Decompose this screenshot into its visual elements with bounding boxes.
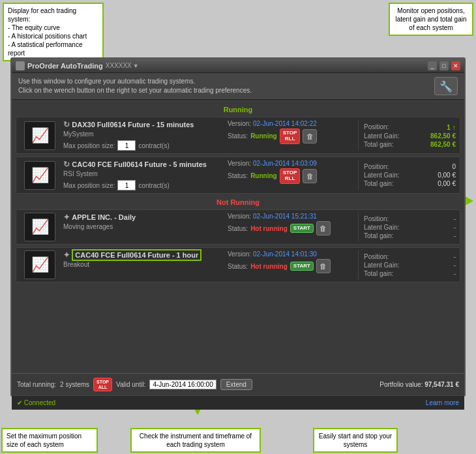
system-1-maxpos: Max position size: contract(s)	[63, 140, 224, 151]
system-1-version-status: Version: 02-Jun-2014 14:02:22 Status: Ru…	[228, 120, 358, 151]
system-1-delete-button[interactable]: 🗑	[303, 129, 317, 144]
system-2-maxpos-input[interactable]	[117, 180, 136, 190]
annotation-bottom-center: Check the instrument and timeframe of ea…	[130, 428, 261, 453]
system-2-latent: Latent Gain: 0,00 €	[364, 172, 456, 179]
total-running-count: 2 systems	[60, 381, 89, 388]
system-2-icon: 📈	[31, 167, 49, 184]
system-4-latent-val: -	[454, 262, 456, 269]
system-3-stats: Position: - Latent Gain: - Total gain: -	[358, 213, 456, 241]
window-title: ProOrder AutoTrading	[27, 62, 103, 70]
main-window: ProOrder AutoTrading XXXXXX ▼ _ □ ✕ Use …	[10, 57, 466, 397]
valid-until-label: Valid until:	[116, 381, 145, 388]
wrench-icon: 🔧	[439, 80, 453, 93]
system-4-start-button[interactable]: START	[290, 262, 314, 271]
annotation-bottom-left: Set the maximum position size of each sy…	[1, 428, 98, 453]
system-1-status-value: Running	[250, 132, 277, 140]
system-3-status: Status: Hot running START 🗑	[228, 221, 358, 235]
system-1-total: Total gain: 862,50 €	[364, 141, 456, 148]
system-2-total-val: 0,00 €	[438, 180, 456, 187]
content-area: Running 📈 ↻ DAX30 Full0614 Future - 15 m…	[12, 100, 464, 378]
close-button[interactable]: ✕	[451, 61, 460, 70]
annotation-top-right-text: Monitor open positions, latent gain and …	[396, 7, 467, 31]
system-2-status-value: Running	[250, 172, 277, 179]
extend-button[interactable]: Extend	[220, 379, 252, 390]
window-code: XXXXXX	[106, 62, 132, 69]
window-controls: _ □ ✕	[428, 61, 460, 70]
status-bar: ✔ Connected Learn more	[12, 395, 464, 410]
wrench-button[interactable]: 🔧	[434, 77, 458, 95]
system-3-delete-button[interactable]: 🗑	[316, 221, 331, 235]
annotation-bottom-left-text: Set the maximum position size of each sy…	[7, 432, 82, 448]
minimize-button[interactable]: _	[428, 61, 437, 70]
system-2-stop-button[interactable]: STOPRLL	[280, 168, 301, 184]
up-arrow-1: ↑	[453, 123, 456, 131]
system-1-position: Position: 1 ↑	[364, 123, 456, 131]
system-1-maxpos-input[interactable]	[117, 140, 136, 151]
system-2-middle: ↻ CAC40 FCE Full0614 Future - 5 minutes …	[59, 160, 228, 190]
section-running-header: Running	[16, 104, 460, 115]
system-2-version: Version: 02-Jun-2014 14:03:09	[228, 160, 358, 167]
system-2-version-link[interactable]: 02-Jun-2014 14:03:09	[253, 160, 317, 167]
total-running-label: Total running:	[17, 381, 56, 388]
maximize-button[interactable]: □	[439, 61, 449, 70]
system-3-latent-val: -	[454, 224, 456, 231]
system-3-position: Position: -	[364, 215, 456, 222]
system-3-start-button[interactable]: START	[290, 224, 314, 234]
system-2-status: Status: Running STOPRLL 🗑	[228, 168, 358, 184]
system-1-total-val: 862,50 €	[430, 141, 456, 148]
system-1-icon-area: 📈	[20, 120, 59, 151]
system-1-status: Status: Running STOPRLL 🗑	[228, 129, 358, 144]
system-4-total-val: -	[454, 270, 456, 277]
app-icon	[16, 61, 25, 70]
system-row-4: 📈 ✦ CAC40 FCE Full0614 Future - 1 hour B…	[16, 247, 460, 282]
system-3-icon-box[interactable]: 📈	[24, 213, 55, 241]
system-3-title: ✦ APPLE INC. - Daily	[63, 213, 224, 222]
system-4-delete-button[interactable]: 🗑	[316, 259, 331, 273]
annotation-bottom-right: Easily start and stop your systems	[313, 428, 398, 453]
system-4-total: Total gain: -	[364, 270, 456, 277]
system-2-icon-box[interactable]: 📈	[24, 161, 55, 190]
system-row-2: 📈 ↻ CAC40 FCE Full0614 Future - 5 minute…	[16, 157, 460, 194]
system-3-icon: 📈	[31, 219, 49, 235]
portfolio-value: Portfolio value: 97,547.31 €	[379, 381, 459, 388]
system-4-icon: 📈	[31, 256, 49, 273]
title-bar: ProOrder AutoTrading XXXXXX ▼ _ □ ✕	[12, 59, 464, 73]
system-1-latent-val: 862,50 €	[430, 132, 456, 140]
system-4-title: ✦ CAC40 FCE Full0614 Future - 1 hour	[63, 250, 224, 260]
system-4-version: Version: 02-Jun-2014 14:01:30	[228, 250, 358, 258]
arrow-system2-right	[464, 196, 473, 206]
system-2-delete-button[interactable]: 🗑	[303, 169, 317, 183]
system-2-subtitle: RSI System	[63, 170, 224, 177]
system-3-latent: Latent Gain: -	[364, 224, 456, 231]
bottom-bar: Total running: 2 systems STOPALL Valid u…	[12, 373, 464, 395]
system-3-middle: ✦ APPLE INC. - Daily Moving averages	[59, 213, 228, 241]
system-1-position-val: 1 ↑	[447, 123, 456, 131]
header-area: Use this window to configure your automa…	[12, 73, 464, 100]
system-2-icon-area: 📈	[20, 160, 59, 190]
stop-all-button[interactable]: STOPALL	[93, 378, 112, 391]
system-4-icon-area: 📈	[20, 250, 59, 279]
system-1-middle: ↻ DAX30 Full0614 Future - 15 minutes MyS…	[59, 120, 228, 151]
system-1-icon: 📈	[31, 127, 49, 144]
system-4-subtitle: Breakout	[63, 261, 224, 268]
system-4-version-link[interactable]: 02-Jun-2014 14:01:30	[253, 250, 317, 258]
dropdown-icon[interactable]: ▼	[133, 63, 139, 69]
system-3-subtitle: Moving averages	[63, 223, 224, 230]
annotation-top-left-text: Display for each trading system: - The e…	[8, 7, 87, 57]
system-3-icon-area: 📈	[20, 213, 59, 241]
learn-more-link[interactable]: Learn more	[426, 399, 459, 406]
bottom-left-section: Total running: 2 systems STOPALL Valid u…	[17, 378, 374, 391]
system-4-middle: ✦ CAC40 FCE Full0614 Future - 1 hour Bre…	[59, 250, 228, 279]
system-1-icon-box[interactable]: 📈	[24, 121, 55, 150]
system-4-title-text: CAC40 FCE Full0614 Future - 1 hour	[72, 249, 201, 261]
annotation-top-left: Display for each trading system: - The e…	[3, 3, 104, 61]
system-1-title: ↻ DAX30 Full0614 Future - 15 minutes	[63, 120, 224, 129]
system-2-total: Total gain: 0,00 €	[364, 180, 456, 187]
system-3-version-status: Version: 02-Jun-2014 15:21:31 Status: Ho…	[228, 213, 358, 241]
system-1-version-link[interactable]: 02-Jun-2014 14:02:22	[253, 120, 317, 127]
system-3-version-link[interactable]: 02-Jun-2014 15:21:31	[253, 213, 317, 220]
system-3-total-val: -	[454, 232, 456, 239]
system-4-icon-box[interactable]: 📈	[24, 250, 55, 279]
system-1-stop-button[interactable]: STOPRLL	[280, 129, 301, 144]
system-3-status-value: Hot running	[250, 225, 288, 232]
